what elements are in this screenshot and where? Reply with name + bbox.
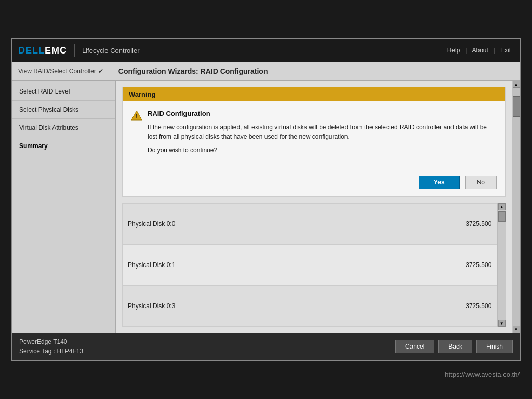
about-link[interactable]: About <box>469 46 491 55</box>
logo-text: DELLEMC <box>18 45 67 56</box>
content-area: Warning ! RAID Configuration If the new … <box>116 81 512 333</box>
svg-text:!: ! <box>136 113 138 120</box>
main-area: Select RAID Level Select Physical Disks … <box>12 81 520 333</box>
scroll-up-arrow[interactable]: ▲ <box>498 203 506 210</box>
finish-button[interactable]: Finish <box>476 340 513 353</box>
logo: DELLEMC <box>18 45 67 56</box>
main-scroll-thumb[interactable] <box>513 96 520 117</box>
sidebar-item-select-physical[interactable]: Select Physical Disks <box>12 101 115 119</box>
yes-button[interactable]: Yes <box>419 176 460 189</box>
disk-table: Physical Disk 0:03725.500Physical Disk 0… <box>122 203 497 327</box>
warning-dialog: Warning ! RAID Configuration If the new … <box>122 87 506 197</box>
warning-question: Do you wish to continue? <box>148 147 497 154</box>
main-scrollbar[interactable]: ▲ ▼ <box>512 81 520 333</box>
help-link[interactable]: Help <box>444 46 463 55</box>
warning-title-row: ! RAID Configuration If the new configur… <box>131 110 497 154</box>
sidebar-item-select-raid[interactable]: Select RAID Level <box>12 83 115 101</box>
warning-body-text: If the new configuration is applied, all… <box>148 123 497 141</box>
warning-body: ! RAID Configuration If the new configur… <box>123 101 505 169</box>
logo-emc: EMC <box>45 45 67 56</box>
breadcrumb-step-label: View RAID/Select Controller <box>18 68 96 75</box>
table-row: Physical Disk 0:13725.500 <box>123 245 497 286</box>
content-wrapper: Warning ! RAID Configuration If the new … <box>116 81 520 333</box>
breadcrumb-title: Configuration Wizards: RAID Configuratio… <box>118 67 268 75</box>
app-title: Lifecycle Controller <box>82 47 140 55</box>
sidebar-item-virtual-disk[interactable]: Virtual Disk Attributes <box>12 119 115 137</box>
disk-name: Physical Disk 0:1 <box>123 245 352 286</box>
disk-table-area: Physical Disk 0:03725.500Physical Disk 0… <box>122 203 506 327</box>
back-button[interactable]: Back <box>438 340 472 353</box>
exit-link[interactable]: Exit <box>497 46 514 55</box>
sidebar-item-summary[interactable]: Summary <box>12 137 115 155</box>
disk-size: 3725.500 <box>352 204 497 245</box>
server-model: PowerEdge T140 <box>19 337 395 347</box>
main-scroll-up[interactable]: ▲ <box>513 81 520 88</box>
breadcrumb-step[interactable]: View RAID/Select Controller ✔ <box>18 68 103 75</box>
no-button[interactable]: No <box>465 176 497 189</box>
warning-icon: ! <box>131 110 142 121</box>
header-bar: DELLEMC Lifecycle Controller Help | Abou… <box>12 39 520 62</box>
warning-header: Warning <box>123 87 505 101</box>
scroll-thumb[interactable] <box>498 211 506 222</box>
disk-size: 3725.500 <box>352 286 497 327</box>
logo-dell: DELL <box>18 45 45 56</box>
warning-title: RAID Configuration <box>148 110 497 117</box>
footer-info: PowerEdge T140 Service Tag : HLP4F13 <box>19 337 395 356</box>
disk-name: Physical Disk 0:0 <box>123 204 352 245</box>
table-row: Physical Disk 0:03725.500 <box>123 204 497 245</box>
breadcrumb-checkmark: ✔ <box>98 68 103 75</box>
table-row: Physical Disk 0:33725.500 <box>123 286 497 327</box>
scroll-down-arrow[interactable]: ▼ <box>498 320 506 327</box>
main-scroll-down[interactable]: ▼ <box>513 326 520 333</box>
service-tag: Service Tag : HLP4F13 <box>19 347 395 356</box>
warning-buttons: Yes No <box>123 169 505 196</box>
breadcrumb-separator <box>111 66 111 76</box>
watermark: https://www.avesta.co.th/ <box>445 370 520 378</box>
sidebar: Select RAID Level Select Physical Disks … <box>12 81 116 333</box>
header-divider <box>74 44 75 57</box>
header-nav: Help | About | Exit <box>444 46 514 55</box>
warning-content: RAID Configuration If the new configurat… <box>148 110 497 154</box>
footer: PowerEdge T140 Service Tag : HLP4F13 Can… <box>12 333 520 360</box>
table-scrollbar[interactable]: ▲ ▼ <box>497 203 506 327</box>
cancel-button[interactable]: Cancel <box>395 340 434 353</box>
footer-buttons: Cancel Back Finish <box>395 340 513 353</box>
disk-size: 3725.500 <box>352 245 497 286</box>
disk-name: Physical Disk 0:3 <box>123 286 352 327</box>
breadcrumb: View RAID/Select Controller ✔ Configurat… <box>12 62 520 81</box>
